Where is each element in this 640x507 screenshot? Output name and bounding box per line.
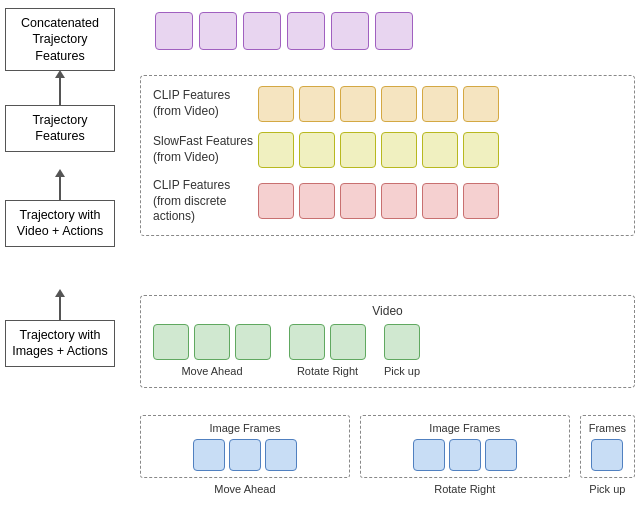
vm-sq-2: [194, 324, 230, 360]
vm-sq-1: [153, 324, 189, 360]
concat-sq-1: [155, 12, 193, 50]
sf-sq-2: [299, 132, 335, 168]
clip-video-label: CLIP Features: [153, 88, 230, 102]
clip-actions-squares: [258, 183, 499, 219]
slowfast-label: SlowFast Features: [153, 134, 253, 148]
clip-actions-row: CLIP Features (from discrete actions): [153, 178, 622, 225]
clip-video-sublabel: (from Video): [153, 104, 219, 118]
sf-sq-6: [463, 132, 499, 168]
arrowhead-1: [55, 70, 65, 78]
ca-sq-4: [381, 183, 417, 219]
img-pickup-box: Frames: [580, 415, 635, 478]
img-move-squares: [149, 439, 341, 471]
vr-sq-1: [289, 324, 325, 360]
arrowhead-2: [55, 169, 65, 177]
ca-sq-6: [463, 183, 499, 219]
clip-v-sq-2: [299, 86, 335, 122]
clip-video-squares: [258, 86, 499, 122]
ca-sq-5: [422, 183, 458, 219]
ca-sq-3: [340, 183, 376, 219]
img-move-ahead-box: Image Frames: [140, 415, 350, 478]
img-pickup-action: Pick up: [589, 483, 625, 495]
slowfast-row: SlowFast Features (from Video): [153, 132, 622, 168]
video-move-squares: [153, 324, 271, 360]
img-move-title: Image Frames: [149, 422, 341, 434]
sf-sq-3: [340, 132, 376, 168]
clip-v-sq-1: [258, 86, 294, 122]
clip-v-sq-4: [381, 86, 417, 122]
vr-sq-2: [330, 324, 366, 360]
traj-images-label: Trajectory with Images + Actions: [5, 320, 115, 367]
video-pickup: Pick up: [384, 324, 420, 377]
img-move-ahead: Image Frames Move Ahead: [140, 415, 350, 495]
arrowhead-3: [55, 289, 65, 297]
vp-sq-1: [384, 324, 420, 360]
video-rotate-label: Rotate Right: [297, 365, 358, 377]
clip-actions-label: CLIP Features: [153, 178, 230, 192]
ir-sq-2: [449, 439, 481, 471]
img-rotate-action: Rotate Right: [434, 483, 495, 495]
video-pickup-squares: [384, 324, 420, 360]
slowfast-sublabel: (from Video): [153, 150, 219, 164]
ir-sq-3: [485, 439, 517, 471]
clip-v-sq-5: [422, 86, 458, 122]
img-rotate-box: Image Frames: [360, 415, 570, 478]
ir-sq-1: [413, 439, 445, 471]
concat-sq-3: [243, 12, 281, 50]
image-frames-row: Image Frames Move Ahead Image Frames Rot…: [140, 415, 635, 495]
video-move-label: Move Ahead: [181, 365, 242, 377]
img-rotate-right: Image Frames Rotate Right: [360, 415, 570, 495]
img-pickup-title: Frames: [589, 422, 626, 434]
clip-actions-sublabel: (from discrete actions): [153, 194, 226, 224]
video-rotate-right: Rotate Right: [289, 324, 366, 377]
clip-v-sq-6: [463, 86, 499, 122]
video-pickup-label: Pick up: [384, 365, 420, 377]
traj-video-label-box: Trajectory with Video + Actions: [5, 200, 115, 247]
sf-sq-5: [422, 132, 458, 168]
traj-video-label: Trajectory with Video + Actions: [5, 200, 115, 247]
arrow-video-to-images: [59, 295, 61, 320]
diagram: Concatenated Trajectory Features Traject…: [0, 0, 640, 507]
video-rotate-squares: [289, 324, 366, 360]
slowfast-squares: [258, 132, 499, 168]
video-title: Video: [153, 304, 622, 318]
concat-sq-2: [199, 12, 237, 50]
video-actions-row: Move Ahead Rotate Right Pick up: [153, 324, 622, 377]
sf-sq-4: [381, 132, 417, 168]
arrow-concat-to-traj: [59, 76, 61, 106]
img-rotate-title: Image Frames: [369, 422, 561, 434]
img-rotate-squares: [369, 439, 561, 471]
concat-sq-6: [375, 12, 413, 50]
clip-video-row: CLIP Features (from Video): [153, 86, 622, 122]
vm-sq-3: [235, 324, 271, 360]
arrow-traj-to-video: [59, 175, 61, 200]
img-pickup-squares: [589, 439, 626, 471]
concat-sq-5: [331, 12, 369, 50]
concat-sq-4: [287, 12, 325, 50]
concat-label: Concatenated Trajectory Features: [5, 8, 115, 71]
ca-sq-2: [299, 183, 335, 219]
trajectory-label-box: Trajectory Features: [5, 105, 115, 152]
im-sq-1: [193, 439, 225, 471]
features-dashed-box: CLIP Features (from Video) SlowFast Feat…: [140, 75, 635, 236]
clip-v-sq-3: [340, 86, 376, 122]
concat-label-box: Concatenated Trajectory Features: [5, 8, 115, 71]
video-move-ahead: Move Ahead: [153, 324, 271, 377]
video-dashed-box: Video Move Ahead Rotate Right: [140, 295, 635, 388]
concat-squares-row: [155, 12, 413, 50]
ip-sq-1: [591, 439, 623, 471]
traj-images-label-box: Trajectory with Images + Actions: [5, 320, 115, 367]
ca-sq-1: [258, 183, 294, 219]
im-sq-3: [265, 439, 297, 471]
img-move-action: Move Ahead: [214, 483, 275, 495]
trajectory-label: Trajectory Features: [5, 105, 115, 152]
sf-sq-1: [258, 132, 294, 168]
im-sq-2: [229, 439, 261, 471]
img-pickup: Frames Pick up: [580, 415, 635, 495]
